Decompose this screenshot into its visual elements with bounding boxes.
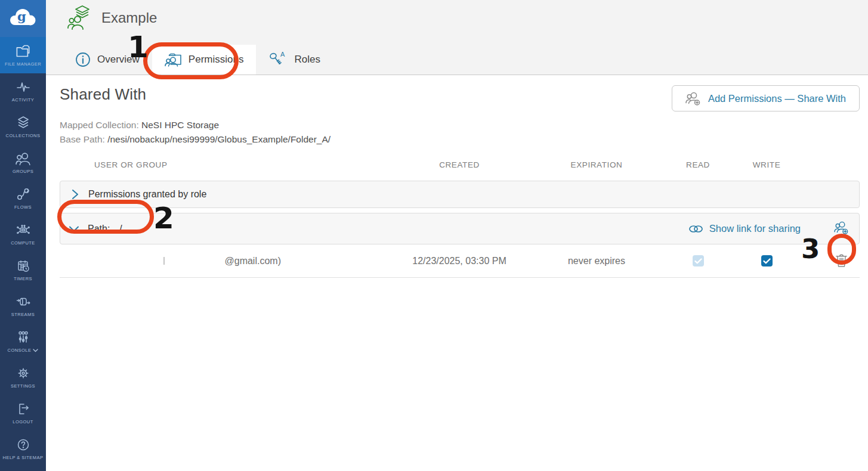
sidebar-item-label: COLLECTIONS xyxy=(6,133,41,138)
link-icon xyxy=(688,224,703,234)
permissions-by-role-row[interactable]: Permissions granted by role xyxy=(60,181,860,208)
collection-title-row: Example xyxy=(67,5,157,31)
column-read: READ xyxy=(656,160,740,169)
check-icon xyxy=(694,258,702,264)
tab-label: Roles xyxy=(294,54,320,66)
sidebar-item-timers[interactable]: TIMERS xyxy=(0,252,46,288)
trash-icon xyxy=(835,252,848,268)
path-group-row: Path: / Show link for sharing xyxy=(60,213,860,244)
sidebar-item-label: FLOWS xyxy=(14,204,32,210)
layers-icon xyxy=(16,116,31,130)
column-user-or-group: USER OR GROUP xyxy=(60,160,382,169)
sidebar-item-streams[interactable]: STREAMS xyxy=(0,288,46,324)
sidebar-item-label: HELP & SITEMAP xyxy=(3,455,44,460)
sidebar: g FILE MANAGER ACTIVITY COLLECTIONS GROU… xyxy=(0,0,46,471)
guest-collection-icon xyxy=(67,5,91,31)
people-icon xyxy=(15,151,31,166)
flow-icon xyxy=(16,187,31,202)
globus-logo[interactable]: g xyxy=(0,0,46,37)
sidebar-item-label: STREAMS xyxy=(11,312,35,317)
write-checkbox[interactable] xyxy=(761,255,773,267)
sidebar-item-flows[interactable]: FLOWS xyxy=(0,181,46,216)
permission-row: @gmail.com) 12/23/2025, 03:30 PM never e… xyxy=(60,244,860,278)
page-header: Example Overview xyxy=(46,0,868,75)
delete-permission-button[interactable] xyxy=(835,252,848,270)
permissions-table-header: USER OR GROUP CREATED EXPIRATION READ WR… xyxy=(60,160,860,169)
show-link-label: Show link for sharing xyxy=(709,223,801,234)
svg-text:A: A xyxy=(280,51,285,58)
svg-text:g: g xyxy=(17,9,26,24)
sidebar-item-logout[interactable]: LOGOUT xyxy=(0,395,46,431)
base-path-value: /nesi/nobackup/nesi99999/Globus_Example/… xyxy=(107,134,330,144)
sidebar-item-label: SETTINGS xyxy=(11,383,35,389)
sidebar-item-label: GROUPS xyxy=(13,169,33,174)
base-path-label: Base Path: xyxy=(60,134,105,144)
add-permission-path-button[interactable] xyxy=(834,221,850,237)
chevron-down-icon xyxy=(69,225,79,233)
main-area: Example Overview xyxy=(46,0,868,471)
tab-label: Overview xyxy=(97,54,140,66)
read-checkbox[interactable] xyxy=(693,255,704,267)
add-permissions-button[interactable]: Add Permissions — Share With xyxy=(672,85,860,111)
sliders-icon xyxy=(16,330,31,345)
tab-roles[interactable]: A Roles xyxy=(256,45,332,75)
shared-with-heading: Shared With xyxy=(60,85,146,104)
chevron-down-icon xyxy=(33,349,38,352)
column-expiration: EXPIRATION xyxy=(537,160,656,169)
user-cell: @gmail.com) xyxy=(60,244,382,277)
sidebar-item-label: ACTIVITY xyxy=(12,97,34,103)
page-title: Example xyxy=(101,10,157,26)
gear-icon xyxy=(16,366,31,380)
show-link-for-sharing[interactable]: Show link for sharing xyxy=(688,223,801,234)
check-icon xyxy=(763,258,771,264)
folder-people-icon xyxy=(165,52,182,67)
sidebar-item-label: LOGOUT xyxy=(13,419,33,424)
pulse-icon xyxy=(16,80,31,94)
chip-icon xyxy=(16,223,31,237)
mapped-collection-value: NeSI HPC Storage xyxy=(141,120,219,130)
content-area: Shared With Add Permissions — Share With… xyxy=(60,85,860,278)
logout-icon xyxy=(16,402,31,416)
tab-bar: Overview Permissions A xyxy=(63,45,333,75)
mapped-collection-label: Mapped Collection: xyxy=(60,120,139,130)
column-write: WRITE xyxy=(740,160,793,169)
person-plus-icon xyxy=(685,91,702,106)
add-permissions-label: Add Permissions — Share With xyxy=(708,93,846,104)
expiration-cell: never expires xyxy=(537,256,656,267)
key-icon: A xyxy=(268,51,288,68)
base-path-line: Base Path: /nesi/nobackup/nesi99999/Glob… xyxy=(60,132,860,147)
sidebar-item-compute[interactable]: COMPUTE xyxy=(0,216,46,252)
sidebar-item-console[interactable]: CONSOLE xyxy=(0,324,46,360)
person-plus-icon xyxy=(834,221,850,234)
info-icon xyxy=(75,52,91,67)
sidebar-item-label: CONSOLE xyxy=(8,348,39,353)
path-toggle[interactable]: Path: / xyxy=(69,224,122,234)
redacted-text-mark xyxy=(163,257,165,265)
sidebar-item-file-manager[interactable]: FILE MANAGER xyxy=(0,37,46,73)
chevron-right-icon xyxy=(71,189,79,200)
path-value: / xyxy=(119,224,122,234)
folder-icon xyxy=(15,44,31,58)
calendar-clock-icon xyxy=(16,259,31,273)
column-created: CREATED xyxy=(382,160,537,169)
sidebar-item-label: FILE MANAGER xyxy=(5,61,41,67)
path-label: Path: xyxy=(88,224,110,234)
sidebar-item-label: TIMERS xyxy=(14,276,32,281)
sidebar-item-activity[interactable]: ACTIVITY xyxy=(0,73,46,109)
sidebar-item-collections[interactable]: COLLECTIONS xyxy=(0,109,46,145)
collection-meta: Mapped Collection: NeSI HPC Storage Base… xyxy=(60,118,860,147)
sidebar-item-label: COMPUTE xyxy=(11,240,35,246)
created-cell: 12/23/2025, 03:30 PM xyxy=(382,256,537,267)
tab-label: Permissions xyxy=(189,54,244,66)
cloud-g-logo-icon: g xyxy=(8,6,39,31)
mapped-collection-line: Mapped Collection: NeSI HPC Storage xyxy=(60,118,860,132)
permissions-by-role-label: Permissions granted by role xyxy=(88,189,206,200)
question-icon xyxy=(16,438,31,452)
tab-overview[interactable]: Overview xyxy=(63,45,152,75)
sidebar-item-settings[interactable]: SETTINGS xyxy=(0,360,46,395)
stream-icon xyxy=(16,295,31,309)
sidebar-item-help-sitemap[interactable]: HELP & SITEMAP xyxy=(0,431,46,467)
sidebar-item-groups[interactable]: GROUPS xyxy=(0,145,46,181)
tab-permissions[interactable]: Permissions xyxy=(152,45,257,75)
user-email-text: @gmail.com) xyxy=(225,256,281,267)
